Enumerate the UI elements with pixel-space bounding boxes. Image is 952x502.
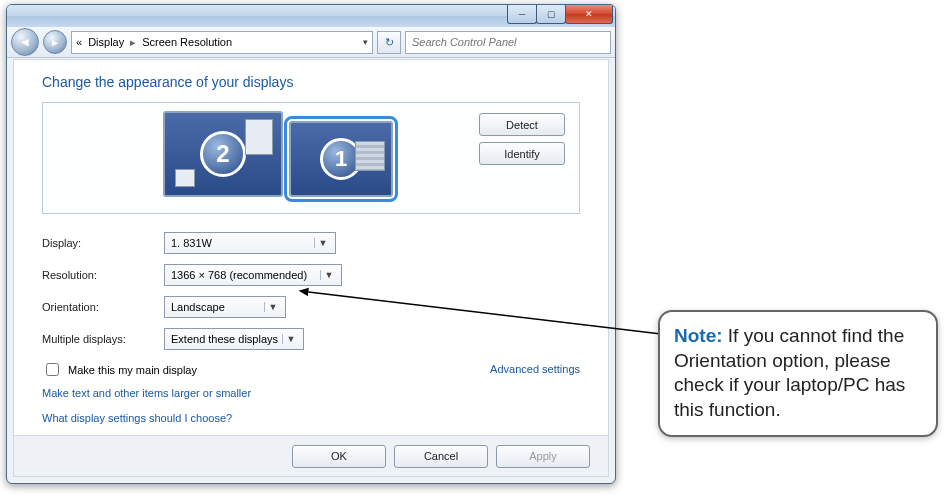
cancel-button[interactable]: Cancel: [394, 445, 488, 468]
note-callout: Note: If you cannot find the Orientation…: [658, 310, 938, 437]
apply-button[interactable]: Apply: [496, 445, 590, 468]
note-prefix: Note:: [674, 325, 723, 346]
nav-forward-button[interactable]: ►: [43, 30, 67, 54]
chevron-down-icon: ▼: [320, 270, 337, 280]
breadcrumb-display[interactable]: Display: [88, 36, 124, 48]
dialog-footer: OK Cancel Apply: [14, 435, 608, 476]
minimize-button[interactable]: ─: [507, 5, 537, 24]
monitor-thumbnail-2[interactable]: 2: [163, 111, 283, 197]
display-value: 1. 831W: [171, 237, 212, 249]
orientation-label: Orientation:: [42, 301, 164, 313]
maximize-button[interactable]: ▢: [536, 5, 566, 24]
nav-back-button[interactable]: ◄: [11, 28, 39, 56]
resolution-value: 1366 × 768 (recommended): [171, 269, 307, 281]
orientation-select[interactable]: Landscape ▼: [164, 296, 286, 318]
resolution-select[interactable]: 1366 × 768 (recommended) ▼: [164, 264, 342, 286]
detect-button[interactable]: Detect: [479, 113, 565, 136]
multiple-displays-value: Extend these displays: [171, 333, 278, 345]
display-preview: 2 1 Detect Identify: [42, 102, 580, 214]
search-input[interactable]: [405, 31, 611, 54]
text-size-link[interactable]: Make text and other items larger or smal…: [42, 387, 251, 399]
display-select[interactable]: 1. 831W ▼: [164, 232, 336, 254]
chevron-down-icon: ▼: [314, 238, 331, 248]
close-button[interactable]: ✕: [565, 5, 613, 24]
control-panel-window: ─ ▢ ✕ ◄ ► « Display ▸ Screen Resolution …: [6, 4, 616, 484]
refresh-button[interactable]: ↻: [377, 31, 401, 54]
chevron-down-icon: ▼: [282, 334, 299, 344]
breadcrumb-screen-resolution[interactable]: Screen Resolution: [142, 36, 232, 48]
chevron-down-icon: ▼: [264, 302, 281, 312]
multiple-displays-select[interactable]: Extend these displays ▼: [164, 328, 304, 350]
orientation-value: Landscape: [171, 301, 225, 313]
advanced-settings-link[interactable]: Advanced settings: [490, 363, 580, 375]
navbar: ◄ ► « Display ▸ Screen Resolution ▾ ↻: [7, 27, 615, 58]
titlebar[interactable]: ─ ▢ ✕: [7, 5, 615, 27]
display-label: Display:: [42, 237, 164, 249]
page-title: Change the appearance of your displays: [42, 74, 580, 90]
identify-button[interactable]: Identify: [479, 142, 565, 165]
ok-button[interactable]: OK: [292, 445, 386, 468]
chevron-right-icon: ▸: [130, 36, 136, 49]
multiple-displays-label: Multiple displays:: [42, 333, 164, 345]
resolution-label: Resolution:: [42, 269, 164, 281]
chevron-down-icon[interactable]: ▾: [363, 37, 368, 47]
monitor-number: 2: [200, 131, 246, 177]
content-pane: Change the appearance of your displays 2…: [13, 59, 609, 477]
address-bar[interactable]: « Display ▸ Screen Resolution ▾: [71, 31, 373, 54]
help-link[interactable]: What display settings should I choose?: [42, 412, 232, 424]
main-display-label: Make this my main display: [68, 364, 197, 376]
main-display-checkbox[interactable]: [46, 363, 59, 376]
monitor-thumbnail-1[interactable]: 1: [289, 121, 393, 197]
breadcrumb-root[interactable]: «: [76, 36, 82, 48]
